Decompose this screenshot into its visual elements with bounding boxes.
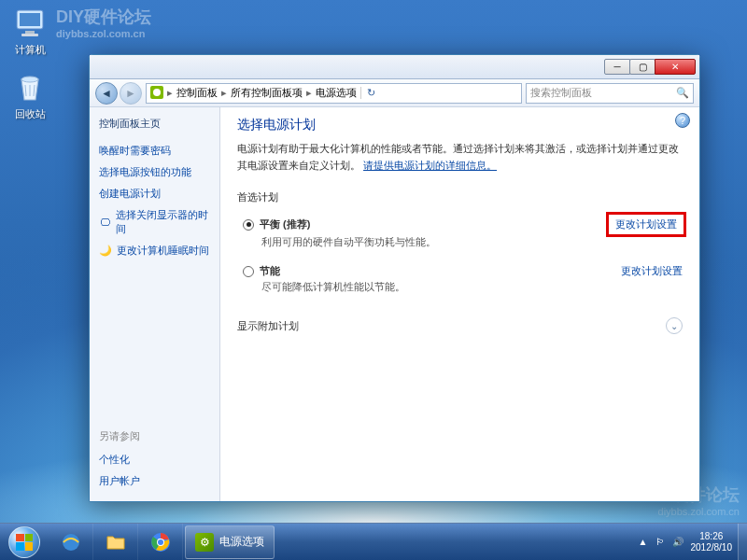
folder-icon [105, 531, 127, 553]
search-box[interactable]: 搜索控制面板 🔍 [526, 83, 694, 104]
chrome-icon [150, 532, 171, 553]
taskbar-pin-ie[interactable] [49, 524, 93, 560]
preferred-plans-label: 首选计划 [237, 190, 683, 204]
windows-orb-icon [8, 526, 40, 558]
sidebar-link-user-accounts[interactable]: 用户帐户 [99, 474, 210, 488]
change-plan-settings-link[interactable]: 更改计划设置 [621, 264, 683, 278]
plan-name: 平衡 (推荐) [260, 217, 310, 231]
breadcrumb-item[interactable]: 控制面板 [176, 86, 218, 100]
icon-label: 计算机 [15, 44, 46, 55]
svg-point-6 [153, 89, 161, 96]
content-pane: ? 选择电源计划 电源计划有助于最大化计算机的性能或者节能。通过选择计划来将其激… [220, 107, 699, 501]
start-button[interactable] [0, 524, 49, 561]
nav-forward-button[interactable]: ► [120, 82, 142, 105]
see-also-label: 另请参阅 [99, 429, 210, 443]
help-icon[interactable]: ? [675, 113, 690, 128]
power-options-icon: ⚙ [195, 533, 214, 552]
maximize-button[interactable]: ▢ [629, 59, 655, 75]
show-additional-plans[interactable]: 显示附加计划 ⌄ [237, 316, 683, 334]
control-panel-window: ─ ▢ ✕ ◄ ► ▸ 控制面板 ▸ 所有控制面板项 ▸ 电源选项 ↻ 搜索控制… [89, 54, 700, 502]
breadcrumb-item[interactable]: 电源选项 [316, 86, 357, 100]
plan-description: 尽可能降低计算机性能以节能。 [261, 280, 683, 294]
show-desktop-button[interactable] [738, 524, 747, 561]
sidebar-home-link[interactable]: 控制面板主页 [99, 117, 210, 131]
plan-radio-balanced[interactable] [243, 219, 254, 231]
sidebar-link-power-button[interactable]: 选择电源按钮的功能 [99, 165, 210, 179]
ie-icon [60, 531, 82, 553]
more-info-link[interactable]: 请提供电源计划的详细信息。 [363, 160, 497, 171]
monitor-icon: 🖵 [99, 216, 111, 229]
sidebar-link-wake-password[interactable]: 唤醒时需要密码 [99, 144, 210, 158]
plan-radio-power-saver[interactable] [243, 266, 254, 277]
task-label: 电源选项 [219, 534, 264, 550]
taskbar-task-power-options[interactable]: ⚙ 电源选项 [185, 525, 275, 559]
taskbar-pin-explorer[interactable] [93, 524, 138, 560]
svg-rect-3 [21, 34, 38, 36]
taskbar: ⚙ 电源选项 ▲ 🏳 🔊 18:26 2012/8/10 [0, 523, 747, 560]
taskbar-pin-chrome[interactable] [138, 524, 183, 560]
address-bar[interactable]: ▸ 控制面板 ▸ 所有控制面板项 ▸ 电源选项 ↻ [146, 83, 522, 104]
svg-point-4 [21, 77, 38, 82]
change-plan-settings-link[interactable]: 更改计划设置 [610, 216, 683, 233]
sidebar: 控制面板主页 唤醒时需要密码 选择电源按钮的功能 创建电源计划 🖵 选择关闭显示… [90, 107, 220, 501]
svg-rect-2 [25, 31, 35, 34]
desktop-icon-computer[interactable]: 计算机 [6, 6, 54, 57]
computer-icon [12, 6, 48, 41]
tray-volume-icon[interactable]: 🔊 [672, 537, 684, 547]
system-tray: ▲ 🏳 🔊 18:26 2012/8/10 [633, 531, 738, 553]
tray-show-hidden-icon[interactable]: ▲ [639, 537, 648, 547]
plan-description: 利用可用的硬件自动平衡功耗与性能。 [261, 235, 683, 249]
plan-name: 节能 [260, 264, 280, 278]
refresh-button[interactable]: ↻ [360, 87, 381, 99]
nav-back-button[interactable]: ◄ [95, 82, 118, 105]
navbar: ◄ ► ▸ 控制面板 ▸ 所有控制面板项 ▸ 电源选项 ↻ 搜索控制面板 🔍 [90, 79, 699, 107]
page-description: 电源计划有助于最大化计算机的性能或者节能。通过选择计划来将其激活，或选择计划并通… [237, 141, 683, 174]
close-button[interactable]: ✕ [655, 59, 696, 75]
plan-balanced: 平衡 (推荐) 更改计划设置 利用可用的硬件自动平衡功耗与性能。 [237, 210, 683, 259]
minimize-button[interactable]: ─ [604, 59, 630, 75]
desktop-icon-recycle-bin[interactable]: 回收站 [6, 70, 54, 121]
breadcrumb-item[interactable]: 所有控制面板项 [231, 86, 303, 100]
tray-clock[interactable]: 18:26 2012/8/10 [691, 531, 733, 553]
titlebar[interactable]: ─ ▢ ✕ [90, 55, 699, 79]
svg-point-7 [63, 534, 79, 551]
tray-flag-icon[interactable]: 🏳 [655, 537, 665, 547]
page-title: 选择电源计划 [237, 117, 683, 133]
plan-power-saver: 节能 更改计划设置 尽可能降低计算机性能以节能。 [237, 259, 683, 303]
sidebar-link-personalization[interactable]: 个性化 [99, 453, 210, 467]
search-icon: 🔍 [676, 87, 689, 99]
icon-label: 回收站 [15, 108, 46, 119]
svg-rect-1 [20, 13, 40, 26]
svg-point-11 [158, 539, 163, 545]
control-panel-icon [150, 86, 163, 101]
moon-icon: 🌙 [99, 245, 112, 258]
sidebar-link-create-plan[interactable]: 创建电源计划 [99, 187, 210, 201]
chevron-down-icon: ⌄ [666, 317, 683, 334]
search-placeholder: 搜索控制面板 [530, 86, 592, 100]
desktop-icons: 计算机 回收站 [6, 6, 54, 121]
sidebar-link-sleep-time[interactable]: 🌙 更改计算机睡眠时间 [99, 244, 210, 258]
recycle-bin-icon [12, 70, 48, 105]
sidebar-link-display-off[interactable]: 🖵 选择关闭显示器的时间 [99, 208, 210, 236]
